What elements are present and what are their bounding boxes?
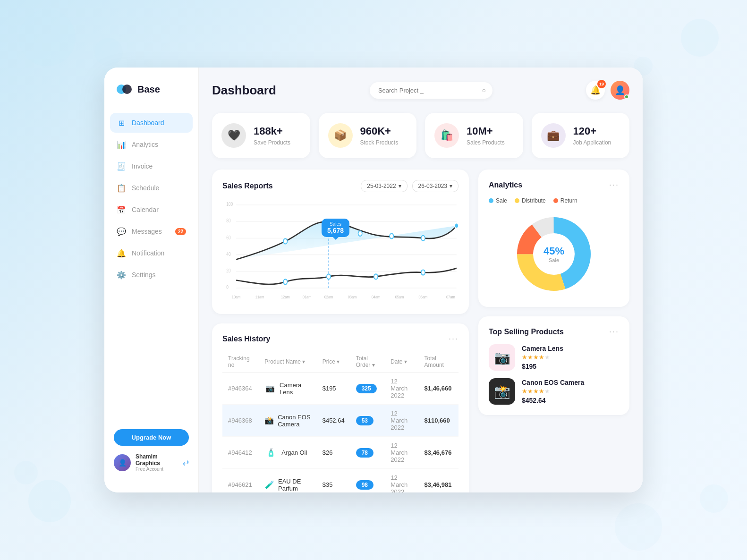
nav-label: Dashboard	[132, 119, 164, 127]
notification-button[interactable]: 🔔 19	[586, 81, 605, 100]
nav-label: Settings	[132, 271, 156, 279]
col-product[interactable]: Product Name ▾	[259, 351, 316, 373]
logo: Base	[104, 81, 198, 113]
svg-point-17	[374, 274, 378, 279]
notification-badge: 19	[597, 80, 606, 88]
card-header-history: Sales History ···	[222, 334, 458, 344]
product-list: 📷 Camera Lens ★★★★★ $195 📸 Canon EOS Cam…	[489, 344, 619, 405]
product-img: 🧪	[264, 478, 274, 492]
user-profile: 👤 Shamim Graphics Free Account ⇄	[114, 453, 189, 472]
sales-reports-card: Sales Reports 25-03-2022 ▾ 26-03-2023 ▾	[212, 170, 469, 314]
stat-info: 120+ Job Application	[573, 125, 611, 145]
nav-item-settings[interactable]: ⚙️ Settings	[110, 265, 193, 285]
cell-product: 📸 Canon EOS Camera	[259, 405, 316, 437]
table-row: #946621 🧪 EAU DE Parfum $35 98 12 March …	[222, 469, 458, 493]
analytics-more-button[interactable]: ···	[609, 180, 619, 190]
stat-label: Stock Products	[360, 139, 399, 146]
svg-point-18	[421, 270, 425, 275]
stat-value: 188k+	[254, 125, 290, 137]
analytics-card: Analytics ··· Sale Distribute Return	[478, 170, 629, 307]
bottom-grid: Sales Reports 25-03-2022 ▾ 26-03-2023 ▾	[212, 170, 629, 492]
nav-icon-messages: 💬	[117, 227, 126, 236]
cell-total: $3,46,676	[419, 437, 458, 469]
donut-label: Sale	[543, 257, 564, 263]
nav-icon-analytics: 📊	[117, 140, 126, 149]
product-img: 📷	[264, 382, 276, 395]
svg-point-1	[122, 85, 132, 94]
svg-text:07am: 07am	[446, 294, 455, 299]
product-item: 📷 Camera Lens ★★★★★ $195	[489, 344, 619, 371]
svg-point-21	[358, 231, 362, 236]
nav-item-analytics[interactable]: 📊 Analytics	[110, 135, 193, 154]
nav-icon-invoice: 🧾	[117, 161, 126, 171]
cell-price: $452.64	[317, 405, 350, 437]
donut-center: 45% Sale	[543, 245, 564, 263]
nav-label: Calendar	[132, 206, 159, 213]
product-name: Canon EOS Camera	[522, 379, 584, 386]
cell-total: $3,46,981	[419, 469, 458, 493]
svg-text:40: 40	[226, 251, 231, 257]
nav-item-notification[interactable]: 🔔 Notification	[110, 243, 193, 263]
legend-label: Sale	[496, 197, 507, 204]
search-input[interactable]	[370, 82, 492, 99]
nav-item-schedule[interactable]: 📋 Schedule	[110, 178, 193, 198]
right-column: Analytics ··· Sale Distribute Return	[478, 170, 629, 492]
user-avatar-header[interactable]: 👤	[611, 81, 629, 100]
table-head: Tracking no Product Name ▾ Price ▾ Total…	[222, 351, 458, 373]
nav-item-invoice[interactable]: 🧾 Invoice	[110, 156, 193, 176]
search-bar: ○	[370, 82, 492, 99]
sales-history-title: Sales History	[222, 335, 270, 343]
upgrade-button[interactable]: Upgrade Now	[114, 429, 189, 446]
avatar: 👤	[114, 454, 131, 471]
svg-text:100: 100	[226, 201, 233, 207]
col-total: Total Amount	[419, 351, 458, 373]
nav-icon-schedule: 📋	[117, 183, 126, 193]
cell-orders: 325	[350, 373, 385, 405]
cell-total: $1,46,660	[419, 373, 458, 405]
cell-total: $110,660	[419, 405, 458, 437]
svg-text:01am: 01am	[303, 294, 312, 299]
legend-label: Distribute	[522, 197, 546, 204]
product-name: EAU DE Parfum	[278, 478, 311, 492]
col-price[interactable]: Price ▾	[317, 351, 350, 373]
stat-info: 960K+ Stock Products	[360, 125, 399, 145]
card-header-analytics: Analytics ···	[489, 180, 619, 190]
cell-date: 12 March 2022	[385, 469, 418, 493]
svg-text:80: 80	[226, 218, 231, 223]
product-img: 📸	[264, 414, 274, 427]
card-header-sales: Sales Reports 25-03-2022 ▾ 26-03-2023 ▾	[222, 180, 458, 192]
product-thumbnail: 📸	[489, 378, 515, 405]
top-selling-more-button[interactable]: ···	[609, 327, 619, 337]
app-container: Base ⊞ Dashboard 📊 Analytics 🧾 Invoice 📋…	[104, 68, 643, 492]
product-stars: ★★★★★	[522, 354, 563, 361]
date-to-button[interactable]: 26-03-2023 ▾	[412, 180, 458, 192]
sidebar-nav: ⊞ Dashboard 📊 Analytics 🧾 Invoice 📋 Sche…	[104, 113, 198, 422]
nav-label: Invoice	[132, 162, 153, 170]
nav-icon-settings: ⚙️	[117, 270, 126, 280]
svg-text:05am: 05am	[395, 294, 404, 299]
nav-item-dashboard[interactable]: ⊞ Dashboard	[110, 113, 193, 133]
col-tracking: Tracking no	[222, 351, 259, 373]
product-img: 🧴	[264, 446, 278, 459]
cell-price: $26	[317, 437, 350, 469]
nav-item-calendar[interactable]: 📅 Calendar	[110, 200, 193, 220]
col-orders[interactable]: Total Order ▾	[350, 351, 385, 373]
table-row: #946368 📸 Canon EOS Camera $452.64 53 12…	[222, 405, 458, 437]
col-date[interactable]: Date ▾	[385, 351, 418, 373]
donut-chart: 45% Sale	[516, 216, 592, 292]
table-body: #946364 📷 Camera Lens $195 325 12 March …	[222, 373, 458, 493]
page-title: Dashboard	[212, 83, 276, 98]
nav-item-messages[interactable]: 💬 Messages 22	[110, 221, 193, 241]
stat-icon: 📦	[328, 123, 353, 148]
sync-icon[interactable]: ⇄	[183, 458, 189, 467]
product-thumbnail: 📷	[489, 344, 515, 371]
history-more-button[interactable]: ···	[449, 334, 458, 344]
stat-card-save-products: 🖤 188k+ Save Products	[212, 113, 310, 158]
svg-text:0: 0	[226, 284, 229, 290]
svg-point-15	[283, 279, 287, 284]
user-info: Shamim Graphics Free Account	[136, 453, 178, 472]
stat-info: 188k+ Save Products	[254, 125, 290, 145]
sales-chart: Sales 5,678 100 80 60 40 20 0	[222, 200, 458, 304]
date-from-button[interactable]: 25-03-2022 ▾	[361, 180, 407, 192]
order-badge: 78	[356, 448, 374, 458]
